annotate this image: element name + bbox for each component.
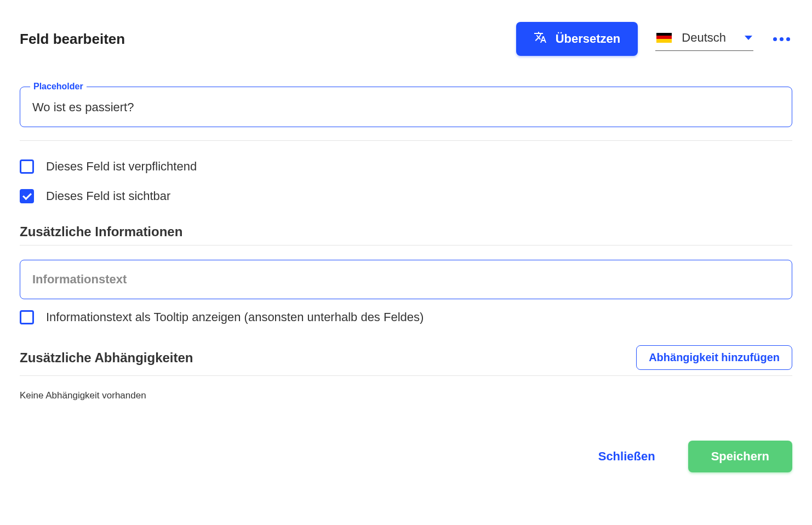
- placeholder-fieldset: Placeholder: [20, 87, 792, 127]
- additional-info-title: Zusätzliche Informationen: [20, 224, 182, 239]
- dependencies-title: Zusätzliche Abhängigkeiten: [20, 350, 193, 366]
- dependencies-header: Zusätzliche Abhängigkeiten Abhängigkeit …: [20, 345, 792, 376]
- dialog-header: Feld bearbeiten Übersetzen Deutsch: [20, 22, 792, 56]
- header-right: Übersetzen Deutsch: [516, 22, 792, 56]
- page-title: Feld bearbeiten: [20, 31, 125, 48]
- dot-icon: [786, 37, 790, 41]
- save-button[interactable]: Speichern: [688, 441, 792, 472]
- info-text-input[interactable]: [32, 272, 780, 287]
- visible-check-row: Dieses Feld ist sichtbar: [20, 189, 792, 203]
- tooltip-check-row: Informationstext als Tooltip anzeigen (a…: [20, 310, 792, 324]
- dialog-footer: Schließen Speichern: [20, 441, 792, 472]
- tooltip-label: Informationstext als Tooltip anzeigen (a…: [46, 310, 424, 324]
- language-label: Deutsch: [682, 31, 726, 45]
- flag-de-icon: [656, 33, 672, 43]
- required-checkbox[interactable]: [20, 159, 34, 174]
- visible-checkbox[interactable]: [20, 189, 34, 203]
- visible-label: Dieses Feld ist sichtbar: [46, 189, 170, 203]
- divider: [20, 140, 792, 141]
- dot-icon: [780, 37, 784, 41]
- required-label: Dieses Feld ist verpflichtend: [46, 159, 197, 174]
- chevron-down-icon: [745, 36, 752, 40]
- required-check-row: Dieses Feld ist verpflichtend: [20, 159, 792, 174]
- info-text-wrapper: [20, 260, 792, 299]
- dependencies-empty-text: Keine Abhängigkeit vorhanden: [20, 390, 792, 401]
- placeholder-input[interactable]: [32, 100, 780, 115]
- translate-icon: [534, 31, 547, 47]
- additional-info-header: Zusätzliche Informationen: [20, 224, 792, 246]
- more-menu-button[interactable]: [771, 35, 792, 43]
- language-select[interactable]: Deutsch: [655, 27, 753, 51]
- dot-icon: [773, 37, 777, 41]
- close-button[interactable]: Schließen: [598, 449, 655, 464]
- translate-button[interactable]: Übersetzen: [516, 22, 638, 56]
- header-left: Feld bearbeiten: [20, 31, 125, 48]
- translate-button-label: Übersetzen: [556, 32, 621, 46]
- tooltip-checkbox[interactable]: [20, 310, 34, 324]
- placeholder-legend: Placeholder: [30, 82, 87, 92]
- add-dependency-button[interactable]: Abhängigkeit hinzufügen: [636, 345, 792, 370]
